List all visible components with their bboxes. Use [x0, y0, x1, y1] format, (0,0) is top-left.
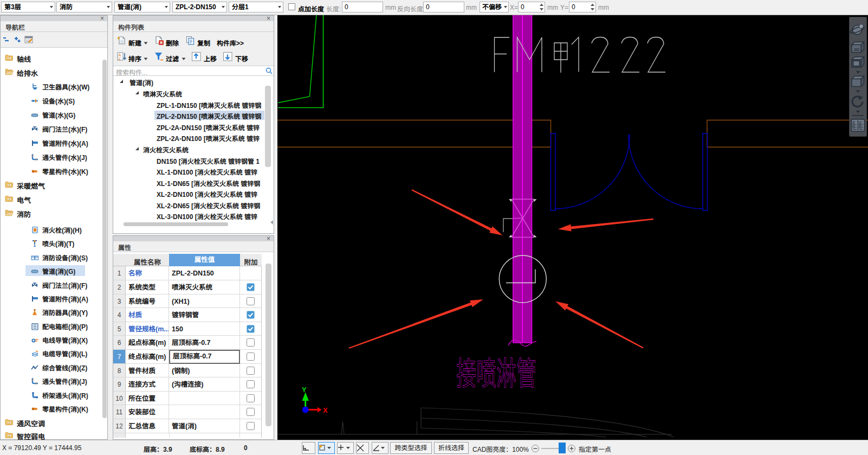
svg-text:X: X — [323, 406, 328, 414]
svg-text:Z: Z — [119, 57, 121, 61]
svg-text:接喷淋管: 接喷淋管 — [456, 347, 536, 394]
svg-text:Y: Y — [302, 386, 307, 394]
svg-text:3D: 3D — [854, 47, 859, 52]
svg-text:A: A — [119, 53, 121, 57]
